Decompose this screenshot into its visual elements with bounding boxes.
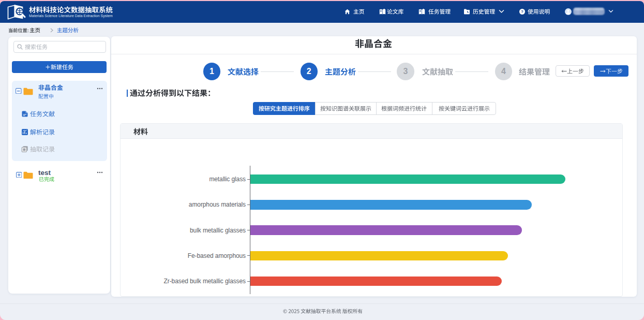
svg-text:?: ?	[521, 9, 523, 14]
